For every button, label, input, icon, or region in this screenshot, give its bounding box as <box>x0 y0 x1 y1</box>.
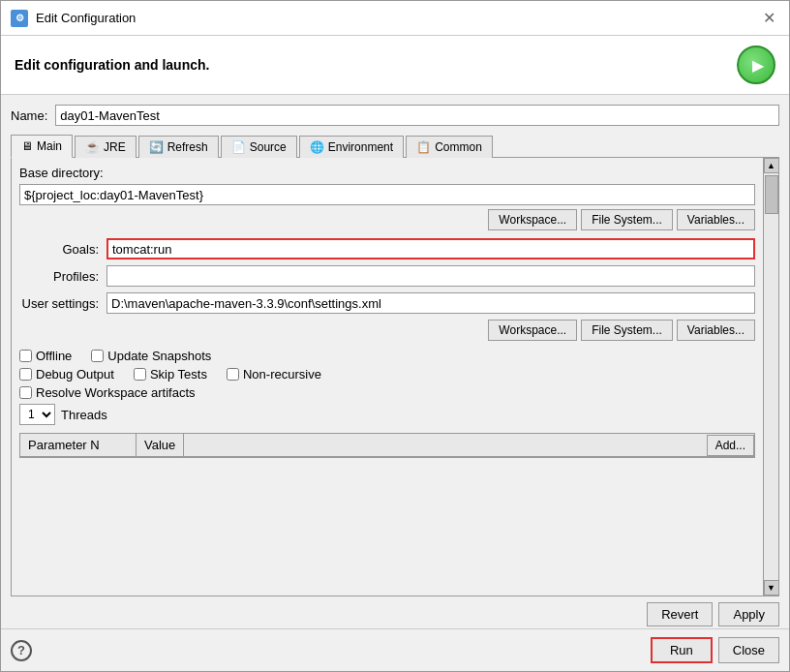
variables-btn-2[interactable]: Variables... <box>677 320 755 341</box>
launch-button[interactable] <box>737 46 775 84</box>
user-settings-label: User settings: <box>19 296 106 311</box>
jre-tab-icon: ☕ <box>85 140 100 154</box>
goals-row: Goals: <box>19 238 755 260</box>
offline-checkbox[interactable] <box>19 350 32 362</box>
update-snapshots-checkbox[interactable] <box>91 350 104 362</box>
environment-tab-icon: 🌐 <box>310 140 324 154</box>
title-bar-left: ⚙ Edit Configuration <box>11 10 136 27</box>
skip-tests-checkbox-item[interactable]: Skip Tests <box>134 367 207 382</box>
config-panel: Base directory: Workspace... File System… <box>12 158 763 596</box>
base-dir-label: Base directory: <box>19 166 755 180</box>
apply-button[interactable]: Apply <box>718 602 779 626</box>
resolve-workspace-checkbox[interactable] <box>19 386 32 399</box>
workspace-btn-2[interactable]: Workspace... <box>488 320 577 341</box>
dialog-title: Edit Configuration <box>36 11 136 25</box>
tab-main[interactable]: 🖥 Main <box>11 135 73 158</box>
parameter-table: Parameter N Value Add... <box>19 433 755 458</box>
skip-tests-checkbox[interactable] <box>134 368 146 381</box>
scrollbar: ▲ ▼ <box>763 158 778 596</box>
debug-output-checkbox[interactable] <box>19 368 32 381</box>
offline-checkbox-item[interactable]: Offline <box>19 349 72 363</box>
non-recursive-checkbox[interactable] <box>227 368 239 381</box>
add-parameter-button[interactable]: Add... <box>707 435 754 456</box>
table-header: Parameter N Value Add... <box>20 434 754 457</box>
goals-label: Goals: <box>19 242 106 257</box>
non-recursive-checkbox-item[interactable]: Non-recursive <box>227 367 321 382</box>
revert-button[interactable]: Revert <box>647 602 713 626</box>
file-system-btn-1[interactable]: File System... <box>581 209 673 230</box>
tab-source[interactable]: 📄 Source <box>221 136 297 158</box>
refresh-tab-icon: 🔄 <box>149 140 164 154</box>
update-snapshots-checkbox-item[interactable]: Update Snapshots <box>91 349 211 363</box>
resolve-workspace-checkbox-item[interactable]: Resolve Workspace artifacts <box>19 385 196 400</box>
scroll-thumb[interactable] <box>765 175 778 214</box>
source-tab-icon: 📄 <box>231 140 246 154</box>
footer-row-2: ? Run Close <box>1 628 789 671</box>
scroll-down-arrow[interactable]: ▼ <box>764 580 779 596</box>
tab-common[interactable]: 📋 Common <box>406 136 493 158</box>
name-label: Name: <box>11 108 47 123</box>
table-col-param: Parameter N <box>20 434 137 456</box>
name-row: Name: <box>11 105 779 126</box>
variables-btn-1[interactable]: Variables... <box>677 209 755 230</box>
help-icon[interactable]: ? <box>11 640 32 661</box>
tab-jre[interactable]: ☕ JRE <box>75 136 137 158</box>
common-tab-icon: 📋 <box>416 140 431 154</box>
tab-refresh[interactable]: 🔄 Refresh <box>138 136 219 158</box>
tab-environment[interactable]: 🌐 Environment <box>299 136 404 158</box>
header-description: Edit configuration and launch. <box>15 57 209 73</box>
dialog-icon: ⚙ <box>11 10 28 27</box>
base-directory-section: Base directory: Workspace... File System… <box>19 166 755 230</box>
table-header-inner: Parameter N Value Add... <box>20 434 754 456</box>
non-recursive-label: Non-recursive <box>243 367 321 382</box>
debug-output-checkbox-item[interactable]: Debug Output <box>19 367 114 382</box>
footer-row-1: Revert Apply <box>1 596 789 628</box>
profiles-label: Profiles: <box>19 269 106 284</box>
run-button[interactable]: Run <box>651 637 713 663</box>
tab-source-label: Source <box>250 140 287 154</box>
close-icon[interactable]: ✕ <box>759 9 779 28</box>
tab-common-label: Common <box>435 140 482 154</box>
goals-input[interactable] <box>106 238 755 260</box>
footer-actions: Run Close <box>651 637 779 663</box>
threads-label: Threads <box>61 408 107 422</box>
tab-main-label: Main <box>37 139 62 153</box>
debug-output-label: Debug Output <box>36 367 114 382</box>
skip-tests-label: Skip Tests <box>150 367 207 382</box>
threads-select[interactable]: 1 2 4 <box>19 404 55 425</box>
checkbox-row-3: Resolve Workspace artifacts <box>19 385 755 400</box>
close-button[interactable]: Close <box>718 637 779 663</box>
user-settings-btn-row: Workspace... File System... Variables... <box>19 320 755 341</box>
resolve-workspace-label: Resolve Workspace artifacts <box>36 385 196 400</box>
workspace-btn-1[interactable]: Workspace... <box>488 209 577 230</box>
tab-jre-label: JRE <box>104 140 126 154</box>
user-settings-input[interactable] <box>106 292 755 314</box>
file-system-btn-2[interactable]: File System... <box>581 320 673 341</box>
table-col-value: Value <box>137 434 184 456</box>
tab-bar: 🖥 Main ☕ JRE 🔄 Refresh 📄 Source 🌐 Enviro… <box>11 134 779 158</box>
checkbox-row-2: Debug Output Skip Tests Non-recursive <box>19 367 755 382</box>
threads-row: 1 2 4 Threads <box>19 404 755 425</box>
scroll-up-arrow[interactable]: ▲ <box>764 158 779 173</box>
header-section: Edit configuration and launch. <box>1 36 789 95</box>
main-tab-icon: 🖥 <box>21 139 33 153</box>
name-input[interactable] <box>55 105 779 126</box>
update-snapshots-label: Update Snapshots <box>107 349 211 363</box>
base-dir-input[interactable] <box>19 184 755 205</box>
tab-refresh-label: Refresh <box>167 140 208 154</box>
checkbox-section: Offline Update Snapshots Debug Output <box>19 349 755 425</box>
offline-label: Offline <box>36 349 72 363</box>
tab-panel-container: Base directory: Workspace... File System… <box>11 158 779 596</box>
checkbox-row-1: Offline Update Snapshots <box>19 349 755 363</box>
edit-configuration-dialog: ⚙ Edit Configuration ✕ Edit configuratio… <box>0 0 790 672</box>
user-settings-row: User settings: <box>19 292 755 314</box>
main-content: Name: 🖥 Main ☕ JRE 🔄 Refresh 📄 Source � <box>1 95 789 596</box>
title-bar: ⚙ Edit Configuration ✕ <box>1 1 789 36</box>
base-dir-btn-row: Workspace... File System... Variables... <box>19 209 755 230</box>
profiles-input[interactable] <box>106 265 755 287</box>
tab-environment-label: Environment <box>328 140 393 154</box>
profiles-row: Profiles: <box>19 265 755 287</box>
